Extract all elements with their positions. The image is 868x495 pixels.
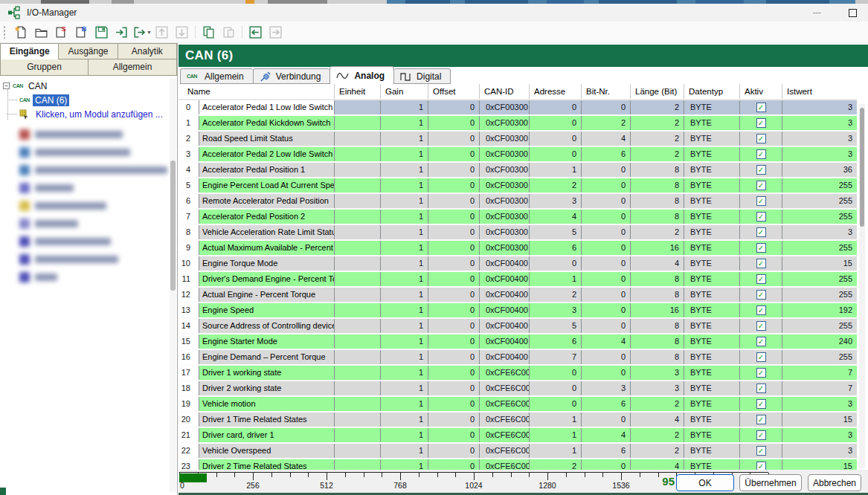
aktiv-checkbox[interactable]: ✓ — [756, 149, 766, 159]
column-header[interactable]: Gain — [381, 84, 428, 99]
cell-datentyp[interactable]: BYTE — [684, 366, 740, 380]
cell-adresse[interactable]: 6 — [530, 241, 582, 255]
cell-istwert[interactable]: 3 — [782, 225, 857, 239]
tab-analog[interactable]: Analog — [329, 66, 394, 84]
cell-can-id[interactable]: 0xCF00300 — [480, 100, 530, 114]
tree-item-redacted[interactable] — [7, 197, 168, 215]
cell-offset[interactable]: 0 — [428, 225, 480, 239]
cell-offset[interactable]: 0 — [428, 178, 480, 192]
cell-bit-nr[interactable]: 0 — [582, 210, 631, 224]
cell-bit-nr[interactable]: 0 — [582, 256, 631, 271]
tree-item-redacted[interactable] — [7, 126, 168, 143]
cell-laenge[interactable]: 16 — [631, 303, 684, 317]
cell-laenge[interactable]: 2 — [631, 428, 684, 442]
cell-datentyp[interactable]: BYTE — [684, 272, 740, 286]
cell-laenge[interactable]: 8 — [631, 319, 684, 333]
cell-gain[interactable]: 1 — [381, 147, 428, 161]
cell-istwert[interactable]: 255 — [782, 241, 857, 255]
column-header[interactable]: Aktiv — [740, 84, 782, 99]
row-number[interactable]: 23 — [179, 459, 199, 470]
cell-einheit[interactable] — [335, 444, 381, 458]
cell-adresse[interactable]: 4 — [530, 210, 582, 224]
cell-can-id[interactable]: 0xCF00400 — [480, 303, 530, 317]
cell-can-id[interactable]: 0xCF00300 — [480, 194, 530, 208]
cell-aktiv[interactable]: ✓ — [740, 428, 782, 442]
aktiv-checkbox[interactable]: ✓ — [756, 352, 766, 362]
cell-adresse[interactable]: 1 — [530, 272, 582, 286]
cell-can-id[interactable]: 0xCF00300 — [480, 241, 530, 255]
cell-adresse[interactable]: 3 — [530, 194, 582, 208]
cell-laenge[interactable]: 2 — [631, 147, 684, 161]
cell-adresse[interactable]: 0 — [530, 397, 582, 411]
cell-can-id[interactable]: 0xCF00300 — [480, 178, 530, 192]
cell-aktiv[interactable]: ✓ — [740, 256, 782, 271]
cell-einheit[interactable] — [335, 459, 381, 470]
tree-item-redacted[interactable] — [7, 215, 168, 233]
cell-aktiv[interactable]: ✓ — [740, 272, 782, 286]
cell-gain[interactable]: 1 — [381, 428, 428, 442]
cell-name[interactable]: Actual Engine - Percent Torque — [199, 288, 335, 302]
cell-can-id[interactable]: 0xCF00300 — [480, 147, 530, 161]
cell-laenge[interactable]: 8 — [631, 350, 684, 364]
cell-offset[interactable]: 0 — [428, 163, 480, 177]
row-number[interactable]: 17 — [179, 366, 199, 380]
cell-aktiv[interactable]: ✓ — [740, 459, 782, 470]
cell-gain[interactable]: 1 — [381, 100, 428, 114]
cell-bit-nr[interactable]: 4 — [582, 132, 631, 146]
cell-can-id[interactable]: 0xCF00400 — [480, 272, 530, 286]
cell-adresse[interactable]: 0 — [530, 366, 582, 380]
aktiv-checkbox[interactable]: ✓ — [756, 243, 766, 253]
column-header[interactable]: Adresse — [530, 84, 582, 99]
cell-istwert[interactable]: 3 — [782, 444, 857, 458]
cell-einheit[interactable] — [335, 412, 381, 427]
tree-item-redacted[interactable] — [7, 233, 168, 250]
save-s-button[interactable]: S — [51, 23, 71, 41]
row-number[interactable]: 14 — [179, 319, 199, 333]
cell-can-id[interactable]: 0xCF00300 — [480, 163, 530, 177]
cell-aktiv[interactable]: ✓ — [740, 334, 782, 349]
cell-einheit[interactable] — [335, 319, 381, 333]
aktiv-checkbox[interactable]: ✓ — [756, 274, 766, 284]
cell-bit-nr[interactable]: 0 — [582, 350, 631, 364]
cell-adresse[interactable]: 6 — [530, 334, 582, 349]
cell-offset[interactable]: 0 — [428, 334, 480, 349]
cell-adresse[interactable]: 5 — [530, 319, 582, 333]
cell-datentyp[interactable]: BYTE — [684, 210, 740, 224]
cell-datentyp[interactable]: BYTE — [684, 194, 740, 208]
cell-adresse[interactable]: 0 — [530, 147, 582, 161]
tree-item-redacted[interactable] — [7, 161, 168, 179]
cell-gain[interactable]: 1 — [381, 194, 428, 208]
cell-offset[interactable]: 0 — [428, 100, 480, 114]
cell-offset[interactable]: 0 — [428, 288, 480, 302]
cell-datentyp[interactable]: BYTE — [684, 225, 740, 239]
cell-aktiv[interactable]: ✓ — [740, 163, 782, 177]
cell-datentyp[interactable]: BYTE — [684, 397, 740, 411]
cell-datentyp[interactable]: BYTE — [684, 381, 740, 395]
row-number[interactable]: 6 — [179, 194, 199, 208]
tree-add-module-label[interactable]: Klicken, um Modul anzufügen ... — [33, 109, 165, 120]
cell-laenge[interactable]: 3 — [631, 381, 684, 395]
cell-einheit[interactable] — [335, 397, 381, 411]
cell-gain[interactable]: 1 — [381, 272, 428, 286]
aktiv-checkbox[interactable]: ✓ — [756, 290, 766, 300]
cell-offset[interactable]: 0 — [428, 303, 480, 317]
column-header[interactable]: Name — [179, 84, 335, 99]
cell-datentyp[interactable]: BYTE — [684, 350, 740, 364]
cell-istwert[interactable]: 240 — [782, 334, 857, 349]
abbrechen-button[interactable]: Abbrechen — [808, 474, 861, 491]
cell-adresse[interactable]: 0 — [530, 100, 582, 114]
cell-offset[interactable]: 0 — [428, 147, 480, 161]
cell-offset[interactable]: 0 — [428, 444, 480, 458]
column-header[interactable]: CAN-ID — [480, 84, 530, 99]
cell-bit-nr[interactable]: 4 — [582, 334, 631, 349]
cell-laenge[interactable]: 3 — [631, 366, 684, 380]
cell-adresse[interactable]: 1 — [530, 444, 582, 458]
cell-istwert[interactable]: 3 — [782, 428, 857, 442]
cell-name[interactable]: Source Address of Controlling device — [199, 319, 335, 333]
cell-datentyp[interactable]: BYTE — [684, 319, 740, 333]
sidebar-tab-allgemein[interactable]: Allgemein — [89, 59, 177, 76]
cell-bit-nr[interactable]: 6 — [582, 397, 631, 411]
cell-aktiv[interactable]: ✓ — [740, 444, 782, 458]
cell-name[interactable]: Driver card, driver 1 — [199, 428, 335, 442]
cell-adresse[interactable]: 2 — [530, 288, 582, 302]
